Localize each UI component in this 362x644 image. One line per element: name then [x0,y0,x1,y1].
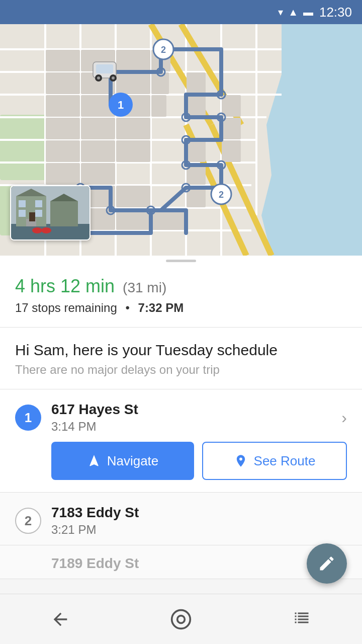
svg-rect-39 [46,140,80,162]
svg-rect-41 [116,140,150,162]
svg-rect-40 [81,140,115,162]
stop-1-actions: Navigate See Route [0,442,362,492]
stop-2-details: 7183 Eddy St 3:21 PM [51,505,347,537]
edit-fab[interactable] [307,543,347,584]
svg-rect-53 [187,140,206,162]
status-bar: ▾ ▲ ▬ 12:30 [0,0,362,24]
svg-rect-58 [187,72,206,94]
back-button[interactable] [45,604,75,634]
stop-1-badge: 1 [15,405,41,431]
svg-point-97 [172,610,191,628]
svg-rect-78 [96,64,113,73]
stops-info-row: 17 stops remaining • 7:32 PM [15,301,347,315]
route-icon [234,454,248,468]
stop-3-address-partial: 7189 Eddy St [51,555,347,572]
bottom-nav [0,594,362,644]
stop-item-2[interactable]: 2 7183 Eddy St 3:21 PM [0,493,362,545]
time-distance-row: 4 hrs 12 min (31 mi) [15,276,347,297]
edit-icon [318,554,336,573]
signal-icon: ▲ [288,7,298,18]
svg-text:2: 2 [161,45,166,55]
stop-1-time: 3:14 PM [51,420,331,434]
street-thumbnail[interactable] [10,185,90,240]
stop-2-time: 3:21 PM [51,523,347,537]
stop-2-header[interactable]: 2 7183 Eddy St 3:21 PM [0,493,362,545]
svg-point-98 [177,615,185,623]
stop-1-details: 617 Hayes St 3:14 PM [51,401,331,434]
navigate-button[interactable]: Navigate [51,442,194,480]
battery-icon: ▬ [303,7,313,18]
svg-rect-46 [116,186,150,207]
stops-remaining: 17 stops remaining [15,301,117,314]
svg-rect-54 [222,140,241,162]
map-view[interactable]: 1 2 2 [0,24,362,256]
svg-rect-26 [116,50,150,71]
recents-icon [293,610,311,628]
chevron-right-icon[interactable]: › [341,409,347,427]
svg-rect-57 [187,95,206,117]
see-route-label: See Route [254,453,316,469]
svg-rect-28 [46,72,80,94]
svg-rect-35 [151,95,166,117]
svg-rect-56 [222,95,241,117]
trip-time: 4 hrs 12 min [15,276,115,297]
svg-point-95 [32,227,42,233]
eta-time: 7:32 PM [138,301,184,314]
stop-item-1: 1 617 Hayes St 3:14 PM › Navigate See Ro… [0,389,362,493]
svg-rect-43 [81,163,115,185]
back-icon [50,609,70,629]
svg-rect-38 [116,118,150,139]
svg-rect-93 [50,201,78,226]
svg-point-82 [112,76,115,79]
svg-rect-42 [46,163,80,185]
svg-rect-32 [46,95,80,117]
separator-dot: • [125,301,129,314]
info-panel: 4 hrs 12 min (31 mi) 17 stops remaining … [0,266,362,328]
svg-point-96 [41,227,51,233]
stop-2-badge: 2 [15,508,41,534]
svg-rect-24 [46,50,80,71]
svg-rect-37 [81,118,115,139]
schedule-section: Hi Sam, here is your Tuesday schedule Th… [0,328,362,389]
stop-2-address: 7183 Eddy St [51,505,347,521]
drag-handle-bar [166,260,196,262]
status-icons: ▾ ▲ ▬ [278,6,313,18]
recents-button[interactable] [287,604,317,634]
schedule-greeting: Hi Sam, here is your Tuesday schedule [15,342,347,359]
svg-rect-92 [35,210,42,217]
svg-rect-30 [116,72,150,94]
svg-rect-89 [19,200,26,207]
wifi-icon: ▾ [278,6,283,18]
navigate-label: Navigate [107,453,159,469]
svg-text:2: 2 [219,190,224,200]
status-time: 12:30 [319,5,352,20]
trip-distance: (31 mi) [123,280,166,296]
home-button[interactable] [166,604,196,634]
svg-rect-36 [46,118,80,139]
svg-text:1: 1 [118,99,124,111]
svg-rect-88 [29,212,35,221]
navigate-icon [87,454,101,468]
svg-rect-55 [222,118,241,139]
stop-1-header[interactable]: 1 617 Hayes St 3:14 PM › [0,389,362,442]
schedule-subtitle: There are no major delays on your trip [15,363,347,377]
stop-1-address: 617 Hayes St [51,401,331,418]
see-route-button[interactable]: See Route [202,442,347,480]
home-circle-icon [170,608,192,630]
svg-point-80 [97,76,100,79]
svg-rect-91 [19,210,26,217]
drag-handle[interactable] [0,256,362,266]
svg-rect-90 [35,200,42,207]
